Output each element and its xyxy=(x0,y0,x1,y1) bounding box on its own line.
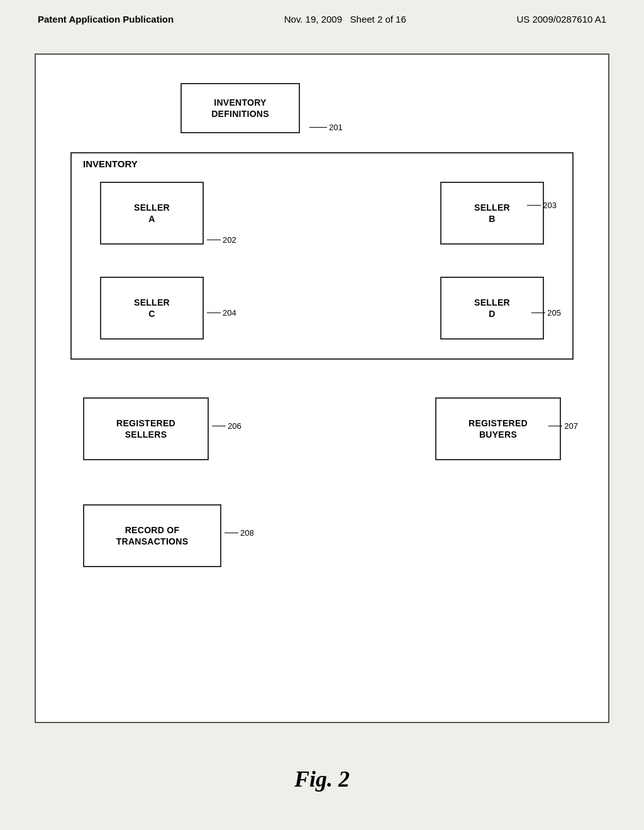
ref-206-line xyxy=(212,426,226,427)
ref-205-label: 205 xyxy=(547,308,561,318)
ref-206-label: 206 xyxy=(228,421,242,431)
record-of-transactions-box: RECORD OF TRANSACTIONS xyxy=(83,504,221,567)
seller-a-box: SELLER A xyxy=(100,182,204,245)
ref-203-line xyxy=(527,205,541,206)
ref-201-line xyxy=(309,127,327,128)
ref-203-container: 203 xyxy=(527,201,557,210)
ref-202-container: 202 xyxy=(207,235,236,245)
seller-a-label: SELLER A xyxy=(134,202,170,224)
seller-d-label: SELLER D xyxy=(474,297,510,319)
seller-d-box: SELLER D xyxy=(440,277,544,340)
inventory-definitions-box: INVENTORY DEFINITIONS xyxy=(180,83,300,133)
inventory-definitions-label: INVENTORY DEFINITIONS xyxy=(211,97,269,119)
ref-201-label: 201 xyxy=(329,123,343,132)
header-date-sheet: Nov. 19, 2009 Sheet 2 of 16 xyxy=(284,14,406,25)
ref-203-label: 203 xyxy=(543,201,557,210)
ref-201-container: 201 xyxy=(309,123,343,132)
header-patent-number: US 2009/0287610 A1 xyxy=(516,14,606,25)
header-sheet: Sheet 2 of 16 xyxy=(350,14,406,25)
seller-c-box: SELLER C xyxy=(100,277,204,340)
ref-207-line xyxy=(548,426,562,427)
inventory-outer-label: INVENTORY xyxy=(83,158,138,169)
ref-204-container: 204 xyxy=(207,308,236,318)
page: Patent Application Publication Nov. 19, … xyxy=(0,0,644,830)
ref-207-label: 207 xyxy=(564,421,578,431)
ref-208-line xyxy=(225,533,238,534)
header-date: Nov. 19, 2009 xyxy=(284,14,342,25)
registered-buyers-label: REGISTERED BUYERS xyxy=(469,418,528,440)
ref-205-line xyxy=(531,313,545,314)
ref-202-line xyxy=(207,240,221,241)
ref-207-container: 207 xyxy=(548,421,578,431)
header: Patent Application Publication Nov. 19, … xyxy=(0,14,644,25)
seller-c-label: SELLER C xyxy=(134,297,170,319)
ref-208-container: 208 xyxy=(225,528,254,538)
registered-sellers-box: REGISTERED SELLERS xyxy=(83,397,209,460)
ref-206-container: 206 xyxy=(212,421,242,431)
figure-caption: Fig. 2 xyxy=(294,766,350,792)
ref-205-container: 205 xyxy=(531,308,561,318)
inventory-outer-box: INVENTORY SELLER A 202 SELLER B 203 SELL… xyxy=(70,152,574,360)
ref-202-label: 202 xyxy=(223,235,236,245)
registered-sellers-label: REGISTERED SELLERS xyxy=(116,418,175,440)
diagram-outer-box: INVENTORY DEFINITIONS 201 INVENTORY SELL… xyxy=(35,53,609,723)
ref-204-label: 204 xyxy=(223,308,236,318)
record-of-transactions-label: RECORD OF TRANSACTIONS xyxy=(116,524,189,547)
seller-b-box: SELLER B xyxy=(440,182,544,245)
seller-b-label: SELLER B xyxy=(474,202,510,224)
header-publication: Patent Application Publication xyxy=(38,14,174,25)
ref-204-line xyxy=(207,313,221,314)
registered-buyers-box: REGISTERED BUYERS xyxy=(435,397,561,460)
ref-208-label: 208 xyxy=(240,528,254,538)
